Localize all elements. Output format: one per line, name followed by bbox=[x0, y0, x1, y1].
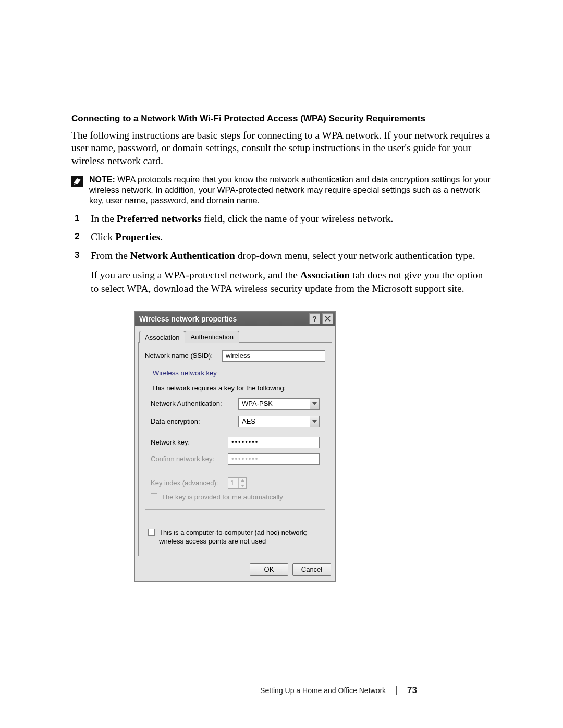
adhoc-row: This is a computer-to-computer (ad hoc) … bbox=[148, 528, 322, 546]
encryption-value: AES bbox=[239, 416, 310, 427]
keyindex-value: 1 bbox=[228, 478, 239, 488]
intro-paragraph: The following instructions are basic ste… bbox=[71, 129, 493, 167]
chevron-down-icon bbox=[310, 399, 319, 409]
step-text: . bbox=[160, 231, 163, 242]
note-body: WPA protocols require that you know the … bbox=[89, 175, 491, 205]
footer-separator bbox=[396, 686, 397, 695]
help-icon: ? bbox=[312, 315, 317, 323]
note-text: NOTE: WPA protocols require that you kno… bbox=[89, 175, 493, 206]
ok-button[interactable]: OK bbox=[250, 563, 288, 576]
confirmkey-label: Confirm network key: bbox=[151, 455, 224, 463]
chevron-down-icon bbox=[310, 416, 319, 427]
keyindex-spinner: 1 bbox=[228, 477, 247, 489]
encryption-row: Data encryption: AES bbox=[151, 416, 320, 427]
netauth-value: WPA-PSK bbox=[239, 399, 310, 409]
note-icon bbox=[71, 176, 83, 187]
step-text: drop-down menu, select your network auth… bbox=[235, 250, 475, 261]
wireless-properties-dialog: Wireless network properties ? Associatio… bbox=[134, 311, 336, 582]
tabstrip: Association Authentication bbox=[135, 326, 335, 343]
steps-list: In the Preferred networks field, click t… bbox=[71, 212, 493, 295]
encryption-label: Data encryption: bbox=[151, 417, 234, 425]
step-text: If you are using a WPA-protected network… bbox=[91, 269, 300, 280]
spinner-up-icon bbox=[239, 478, 246, 484]
tab-panel-association: Network name (SSID): wireless Wireless n… bbox=[138, 342, 332, 556]
association-term: Association bbox=[300, 269, 350, 280]
note-label: NOTE: bbox=[89, 175, 115, 184]
preferred-networks-term: Preferred networks bbox=[117, 213, 201, 224]
step-text: In the bbox=[91, 213, 117, 224]
properties-term: Properties bbox=[115, 231, 160, 242]
adhoc-checkbox[interactable] bbox=[148, 529, 155, 536]
group-hint: This network requires a key for the foll… bbox=[152, 384, 320, 392]
step-1: In the Preferred networks field, click t… bbox=[71, 212, 493, 225]
autokey-label: The key is provided for me automatically bbox=[162, 493, 283, 502]
keyindex-row: Key index (advanced): 1 bbox=[151, 477, 320, 489]
ssid-label: Network name (SSID): bbox=[145, 352, 218, 360]
dialog-title: Wireless network properties bbox=[139, 315, 307, 323]
networkkey-label: Network key: bbox=[151, 438, 224, 446]
section-heading: Connecting to a Network With Wi-Fi Prote… bbox=[71, 114, 493, 124]
step-2: Click Properties. bbox=[71, 230, 493, 243]
step-text: From the bbox=[91, 250, 130, 261]
page-footer: Setting Up a Home and Office Network 73 bbox=[260, 685, 417, 696]
netauth-select[interactable]: WPA-PSK bbox=[238, 398, 320, 410]
networkkey-row: Network key: •••••••• bbox=[151, 437, 320, 448]
note-block: NOTE: WPA protocols require that you kno… bbox=[71, 175, 493, 206]
manual-page: Connecting to a Network With Wi-Fi Prote… bbox=[0, 0, 563, 582]
close-button[interactable] bbox=[322, 313, 333, 324]
cancel-button[interactable]: Cancel bbox=[292, 563, 331, 576]
help-button[interactable]: ? bbox=[309, 313, 320, 324]
wireless-key-group: Wireless network key This network requir… bbox=[145, 369, 325, 510]
adhoc-label: This is a computer-to-computer (ad hoc) … bbox=[159, 528, 322, 546]
page-number: 73 bbox=[407, 685, 417, 696]
netauth-row: Network Authentication: WPA-PSK bbox=[151, 398, 320, 410]
ssid-input[interactable]: wireless bbox=[222, 350, 325, 362]
tab-association[interactable]: Association bbox=[139, 331, 185, 343]
dialog-button-row: OK Cancel bbox=[135, 560, 335, 581]
close-icon bbox=[325, 316, 331, 322]
group-legend: Wireless network key bbox=[151, 369, 219, 377]
network-auth-term: Network Authentication bbox=[130, 250, 235, 261]
step-3: From the Network Authentication drop-dow… bbox=[71, 249, 493, 295]
confirmkey-input[interactable]: •••••••• bbox=[228, 453, 320, 465]
keyindex-label: Key index (advanced): bbox=[151, 479, 224, 487]
step-3-sub: If you are using a WPA-protected network… bbox=[91, 268, 493, 295]
autokey-checkbox bbox=[151, 493, 157, 500]
dialog-titlebar: Wireless network properties ? bbox=[135, 312, 335, 326]
step-text: Click bbox=[91, 231, 115, 242]
step-text: field, click the name of your wireless n… bbox=[201, 213, 393, 224]
confirmkey-row: Confirm network key: •••••••• bbox=[151, 453, 320, 465]
netauth-label: Network Authentication: bbox=[151, 400, 234, 408]
spinner-down-icon bbox=[239, 483, 246, 488]
footer-title: Setting Up a Home and Office Network bbox=[260, 686, 386, 695]
tab-authentication[interactable]: Authentication bbox=[185, 331, 239, 343]
networkkey-input[interactable]: •••••••• bbox=[228, 437, 320, 448]
encryption-select[interactable]: AES bbox=[238, 416, 320, 427]
autokey-row: The key is provided for me automatically bbox=[151, 493, 320, 502]
ssid-row: Network name (SSID): wireless bbox=[145, 350, 325, 362]
